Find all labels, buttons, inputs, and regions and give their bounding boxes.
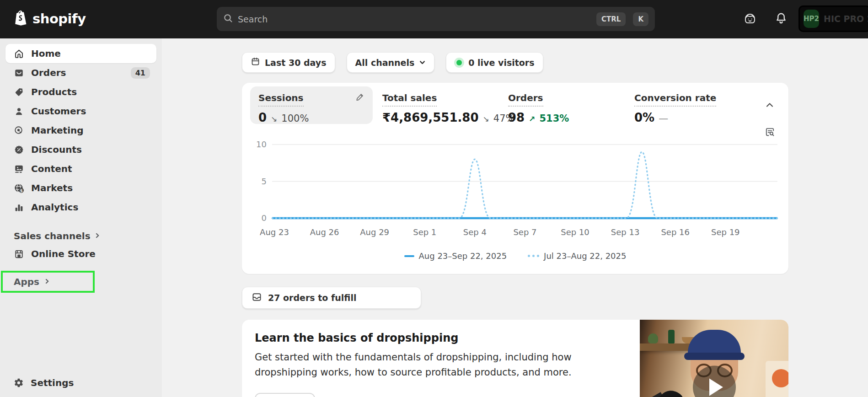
learn-dropshipping-card: Learn the basics of dropshipping Get sta… bbox=[242, 320, 788, 397]
main-content: Last 30 days All channels 0 live visitor… bbox=[162, 38, 868, 397]
sidebar-item-orders[interactable]: Orders41 bbox=[5, 63, 156, 82]
shortcut-key-ctrl: CTRL bbox=[596, 12, 626, 26]
metric-total-sales[interactable]: Total sales₹4,869,551.80↘47% bbox=[382, 92, 514, 124]
metric-conversion-rate[interactable]: Conversion rate0%— bbox=[634, 92, 716, 124]
sidebar-item-customers[interactable]: Customers bbox=[5, 102, 156, 121]
metric-delta: 513% bbox=[539, 113, 569, 124]
sidebar-item-settings[interactable]: Settings bbox=[5, 373, 156, 392]
bell-icon bbox=[775, 12, 788, 27]
sidekick-assistant-button[interactable] bbox=[741, 10, 759, 28]
sidebar-item-home[interactable]: Home bbox=[5, 44, 156, 63]
live-visitors-button[interactable]: 0 live visitors bbox=[446, 52, 543, 73]
sidebar-item-label: Markets bbox=[31, 182, 150, 193]
orders-icon bbox=[14, 68, 24, 78]
notifications-button[interactable] bbox=[772, 10, 790, 28]
sessions-line-chart[interactable]: 0510Aug 23Aug 26Aug 29Sep 1Sep 4Sep 7Sep… bbox=[251, 137, 779, 242]
mic-arm bbox=[640, 392, 663, 397]
metric-label: Sessions bbox=[258, 92, 304, 107]
shopify-wordmark: shopify bbox=[32, 11, 86, 27]
chart-legend: Aug 23–Sep 22, 2025Jul 23–Aug 22, 2025 bbox=[242, 251, 788, 261]
products-icon bbox=[14, 87, 24, 97]
online-store-label: Online Store bbox=[31, 248, 150, 259]
sidebar-item-label: Discounts bbox=[31, 144, 150, 155]
sidebar-item-label: Orders bbox=[31, 67, 124, 78]
wall-art-decor bbox=[766, 361, 788, 397]
chevron-right-icon bbox=[94, 232, 101, 241]
microphone bbox=[646, 387, 688, 397]
sidebar-item-label: Customers bbox=[31, 106, 150, 117]
y-axis-tick: 10 bbox=[256, 139, 267, 149]
metric-sessions[interactable]: Sessions0↘100% bbox=[250, 86, 373, 124]
store-avatar: HP2 bbox=[804, 10, 819, 28]
sidebar-item-markets[interactable]: $Markets bbox=[5, 178, 156, 198]
chevron-down-icon bbox=[419, 58, 426, 68]
apps-highlight-box bbox=[1, 271, 95, 293]
video-thumbnail[interactable] bbox=[640, 320, 788, 397]
discounts-icon bbox=[14, 145, 24, 155]
edit-pencil-icon[interactable] bbox=[355, 92, 364, 103]
x-axis-tick: Sep 13 bbox=[611, 227, 640, 237]
live-visitors-label: 0 live visitors bbox=[468, 58, 534, 68]
legend-label: Jul 23–Aug 22, 2025 bbox=[544, 251, 626, 261]
legend-item: Aug 23–Sep 22, 2025 bbox=[404, 251, 507, 261]
legend-dotted-line-swatch bbox=[528, 255, 539, 257]
trend-down-arrow-icon: ↘ bbox=[483, 114, 489, 123]
metric-value: 98 bbox=[508, 111, 525, 124]
analytics-icon bbox=[14, 202, 24, 213]
trend-up-arrow-icon: ↗ bbox=[529, 114, 535, 123]
sidebar-item-label: Content bbox=[31, 163, 150, 174]
presenter-cap-brim bbox=[684, 353, 745, 360]
sidebar-item-online-store[interactable]: Online Store bbox=[5, 244, 156, 263]
customers-icon bbox=[14, 106, 24, 117]
play-icon bbox=[709, 379, 723, 396]
shortcut-key-k: K bbox=[633, 12, 648, 26]
home-icon bbox=[14, 48, 24, 59]
sidebar-item-label: Marketing bbox=[31, 125, 150, 136]
content-icon bbox=[14, 164, 24, 174]
learn-card-button[interactable] bbox=[255, 393, 315, 397]
analytics-overview-card: Sessions0↘100%Total sales₹4,869,551.80↘4… bbox=[242, 83, 788, 274]
sidebar-item-label: Analytics bbox=[31, 202, 150, 213]
store-switcher[interactable]: HP2 HIC PRO 2 bbox=[798, 5, 868, 32]
learn-card-description: Get started with the fundamentals of dro… bbox=[255, 350, 602, 380]
metric-label: Conversion rate bbox=[634, 92, 716, 107]
store-name: HIC PRO 2 bbox=[824, 14, 868, 24]
calendar-icon bbox=[251, 57, 260, 68]
shopify-logo[interactable]: shopify bbox=[13, 9, 86, 28]
dashboard-filters: Last 30 days All channels 0 live visitor… bbox=[242, 52, 788, 73]
orders-to-fulfill-label: 27 orders to fulfill bbox=[268, 293, 356, 303]
legend-label: Aug 23–Sep 22, 2025 bbox=[419, 251, 507, 261]
bottle-decor bbox=[668, 330, 675, 343]
orders-box-icon bbox=[252, 292, 262, 304]
chevron-up-icon bbox=[765, 101, 774, 112]
search-input[interactable]: Search CTRL K bbox=[217, 7, 655, 31]
channel-filter-label: All channels bbox=[355, 58, 415, 68]
settings-label: Settings bbox=[31, 377, 150, 388]
sidebar-item-analytics[interactable]: Analytics bbox=[5, 198, 156, 217]
sidebar-item-products[interactable]: Products bbox=[5, 82, 156, 102]
trend-down-arrow-icon: ↘ bbox=[271, 114, 277, 123]
gear-icon bbox=[14, 378, 24, 388]
plant-decor bbox=[648, 333, 658, 343]
sidebar-item-marketing[interactable]: Marketing bbox=[5, 121, 156, 140]
date-range-label: Last 30 days bbox=[265, 58, 327, 68]
collapse-card-button[interactable] bbox=[762, 98, 777, 114]
x-axis-tick: Sep 7 bbox=[513, 227, 536, 237]
channel-filter-button[interactable]: All channels bbox=[347, 52, 435, 73]
metric-label: Total sales bbox=[382, 92, 437, 107]
sidebar: HomeOrders41ProductsCustomersMarketingDi… bbox=[0, 38, 162, 397]
orders-to-fulfill-button[interactable]: 27 orders to fulfill bbox=[242, 287, 421, 309]
sidebar-item-content[interactable]: Content bbox=[5, 159, 156, 178]
marketing-icon bbox=[14, 125, 24, 136]
metric-value: 0% bbox=[634, 111, 654, 124]
sidebar-section-sales-channels[interactable]: Sales channels bbox=[5, 228, 156, 244]
date-range-button[interactable]: Last 30 days bbox=[242, 52, 335, 73]
shopify-bag-icon bbox=[13, 9, 28, 28]
y-axis-tick: 0 bbox=[262, 213, 267, 223]
metric-delta: 100% bbox=[281, 113, 309, 124]
metric-value: 0 bbox=[258, 111, 267, 124]
legend-solid-line-swatch bbox=[404, 255, 414, 257]
x-axis-tick: Aug 29 bbox=[360, 227, 389, 237]
sidebar-item-discounts[interactable]: Discounts bbox=[5, 140, 156, 159]
metric-orders[interactable]: Orders98↗513% bbox=[508, 92, 569, 124]
